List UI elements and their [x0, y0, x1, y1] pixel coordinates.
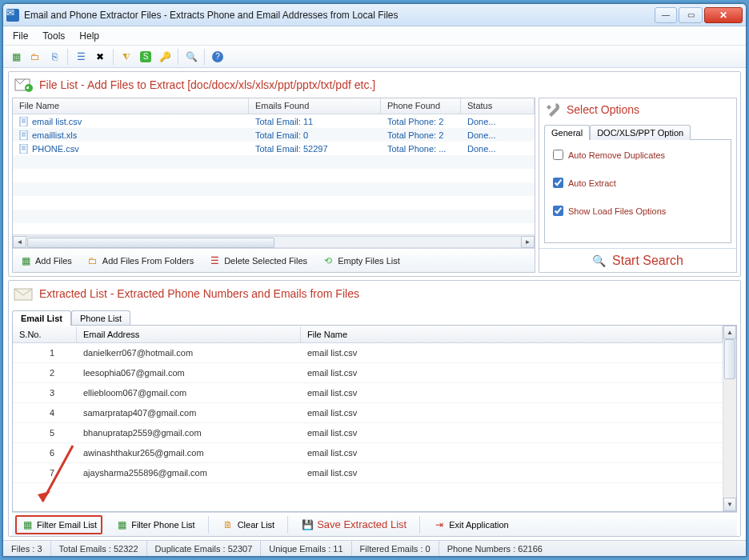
tb-search-icon[interactable]: 🔍 — [183, 49, 199, 65]
menu-help[interactable]: Help — [79, 30, 99, 42]
empty-list-label: Empty Files List — [338, 256, 400, 266]
row-email: danielkerr067@hotmail.com — [77, 348, 301, 358]
titlebar[interactable]: Email and Phone Extractor Files - Extrac… — [3, 4, 746, 26]
hscroll-thumb[interactable] — [27, 238, 274, 248]
scroll-right-icon[interactable]: ► — [521, 236, 535, 248]
extracted-row[interactable]: 3elliebloom067@gmail.comemail list.csv — [13, 383, 723, 403]
toolbar-separator — [204, 49, 205, 65]
tab-email-list[interactable]: Email List — [12, 310, 71, 326]
col-phone-found[interactable]: Phone Found — [381, 98, 461, 114]
minimize-button[interactable]: — — [655, 7, 677, 23]
empty-list-button[interactable]: ⟲Empty Files List — [318, 253, 403, 269]
row-file: email list.csv — [301, 348, 723, 358]
exit-button[interactable]: ⇥Exit Application — [428, 516, 514, 534]
row-file: email list.csv — [301, 468, 723, 478]
file-row[interactable]: PHONE.csvTotal Email: 52297Total Phone: … — [13, 142, 535, 155]
file-grid-rows[interactable]: email list.csvTotal Email: 11Total Phone… — [13, 114, 535, 234]
tb-skype-icon[interactable]: S — [138, 49, 154, 65]
status: Done... — [461, 130, 535, 140]
status: Done... — [461, 117, 535, 126]
maximize-button[interactable]: ▭ — [679, 7, 703, 23]
row-sno: 2 — [13, 368, 77, 378]
menu-tools[interactable]: Tools — [42, 30, 65, 42]
vscroll-thumb[interactable] — [724, 339, 735, 379]
col-email[interactable]: Email Address — [77, 326, 301, 342]
chk-auto-extract[interactable]: Auto Extract — [553, 178, 723, 188]
tb-key-icon[interactable]: 🔑 — [157, 49, 173, 65]
col-file-name[interactable]: File Name — [13, 98, 249, 114]
tab-phone-list[interactable]: Phone List — [71, 310, 130, 326]
col-filename[interactable]: File Name — [301, 326, 723, 342]
add-files-button[interactable]: ▦Add Files — [16, 253, 75, 269]
chk-show-load[interactable]: Show Load Files Options — [553, 206, 723, 216]
save-list-button[interactable]: 💾Save Extracted List — [296, 516, 411, 534]
scroll-left-icon[interactable]: ◄ — [13, 236, 26, 248]
add-folders-button[interactable]: 🗀Add Files From Folders — [83, 253, 197, 269]
extracted-row[interactable]: 2leesophia067@gmail.comemail list.csv — [13, 363, 723, 383]
status-dup: Duplicate Emails : 52307 — [147, 541, 262, 556]
tb-add-folder-icon[interactable]: 🗀 — [27, 49, 43, 65]
tab-doc-xls-ppt[interactable]: DOC/XLS/PPT Option — [590, 125, 691, 140]
col-status[interactable]: Status — [461, 98, 535, 114]
file-row[interactable]: email list.csvTotal Email: 11Total Phone… — [13, 114, 535, 128]
file-name: PHONE.csv — [32, 144, 79, 154]
chk-auto-extract-box[interactable] — [553, 178, 563, 188]
row-sno: 4 — [13, 408, 77, 418]
filter-phone-button[interactable]: ▦Filter Phone List — [110, 516, 199, 534]
extracted-vscroll[interactable]: ▲ ▼ — [723, 326, 736, 511]
menubar: File Tools Help — [3, 26, 746, 46]
extracted-row[interactable]: 4samarpratap407@gmail.comemail list.csv — [13, 403, 723, 423]
chk-show-load-label: Show Load Files Options — [568, 206, 666, 216]
filter-email-button[interactable]: ▦Filter Email List — [15, 515, 102, 534]
scroll-down-icon[interactable]: ▼ — [723, 498, 736, 511]
save-list-label: Save Extracted List — [317, 518, 407, 530]
chk-auto-remove[interactable]: Auto Remove Duplicates — [553, 150, 723, 160]
status-phone: Phone Numbers : 62166 — [439, 541, 746, 556]
row-email: samarpratap407@gmail.com — [77, 408, 301, 418]
clear-list-button[interactable]: 🗎Clear List — [217, 516, 279, 534]
tb-help-icon[interactable]: ? — [210, 49, 226, 65]
file-row[interactable]: emaillist.xlsTotal Email: 0Total Phone: … — [13, 128, 535, 142]
chk-auto-remove-label: Auto Remove Duplicates — [568, 150, 665, 160]
filter-phone-label: Filter Phone List — [131, 520, 194, 530]
start-search-button[interactable]: 🔍 Start Search — [539, 248, 736, 272]
col-emails-found[interactable]: Emails Found — [249, 98, 381, 114]
extracted-row[interactable]: 5bhanupratap2559@gmail.comemail list.csv — [13, 423, 723, 443]
delete-files-button[interactable]: ☰Delete Selected Files — [205, 253, 310, 269]
tb-add-files-icon[interactable]: ▦ — [8, 49, 24, 65]
extracted-grid: S.No. Email Address File Name 1danielker… — [12, 325, 737, 512]
chk-show-load-box[interactable] — [553, 206, 563, 216]
emails-found: Total Email: 0 — [249, 130, 381, 140]
col-sno[interactable]: S.No. — [13, 326, 77, 342]
phone-found: Total Phone: 2 — [381, 130, 461, 140]
options-title: Select Options — [567, 103, 639, 116]
tb-list-icon[interactable]: ☰ — [73, 49, 89, 65]
tb-copy-icon[interactable]: ⎘ — [46, 49, 62, 65]
close-button[interactable]: ✕ — [704, 7, 743, 23]
extracted-row[interactable]: 7ajaysharma255896@gmail.comemail list.cs… — [13, 463, 723, 483]
file-name: email list.csv — [32, 117, 82, 126]
file-list-header: File List - Add Files to Extract [doc/do… — [9, 72, 740, 98]
tb-filter-icon[interactable]: ⧨ — [118, 49, 134, 65]
extracted-grid-header: S.No. Email Address File Name — [13, 326, 723, 343]
row-email: elliebloom067@gmail.com — [77, 388, 301, 398]
menu-file[interactable]: File — [13, 30, 28, 42]
status-total: Total Emails : 52322 — [51, 541, 147, 556]
scroll-up-icon[interactable]: ▲ — [723, 326, 736, 339]
svg-rect-2 — [20, 117, 27, 126]
emails-found: Total Email: 52297 — [249, 144, 381, 154]
extracted-grid-body[interactable]: S.No. Email Address File Name 1danielker… — [13, 326, 723, 511]
tab-general[interactable]: General — [544, 125, 590, 140]
tb-delete-icon[interactable]: ✖ — [92, 49, 108, 65]
row-sno: 7 — [13, 468, 77, 478]
row-file: email list.csv — [301, 408, 723, 418]
file-grid-header: File Name Emails Found Phone Found Statu… — [13, 98, 535, 114]
row-file: email list.csv — [301, 448, 723, 458]
extracted-row[interactable]: 6awinashthakur265@gmail.comemail list.cs… — [13, 443, 723, 463]
row-file: email list.csv — [301, 428, 723, 438]
chk-auto-remove-box[interactable] — [553, 150, 563, 160]
file-buttons-bar: ▦Add Files 🗀Add Files From Folders ☰Dele… — [13, 248, 535, 272]
chk-auto-extract-label: Auto Extract — [568, 178, 616, 188]
extracted-row[interactable]: 1danielkerr067@hotmail.comemail list.csv — [13, 343, 723, 363]
file-grid-hscroll[interactable]: ◄ ► — [13, 234, 535, 248]
